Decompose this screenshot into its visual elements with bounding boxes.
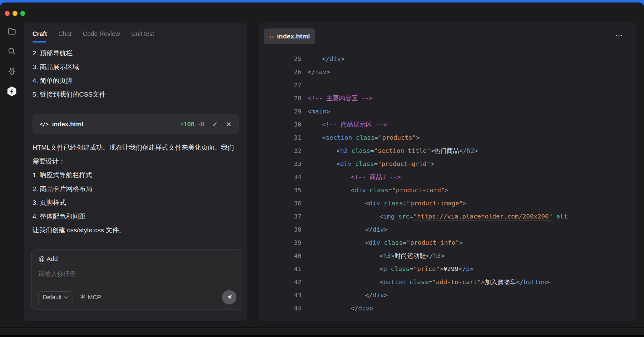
add-context-label: Add [47,255,58,263]
line-number: 34 [259,173,301,181]
code-line: 35<div class="product-card"> [259,184,637,197]
line-number: 39 [259,239,301,246]
close-window-button[interactable] [5,11,10,16]
at-icon: @ [38,255,45,263]
code-line: 32<h2 class="section-title">热门商品</h2> [259,144,637,157]
assistant-tabs: CraftChatCode ReviewUnit test [32,29,239,43]
code-file-icon: </> [40,121,48,127]
code-line: 26</nav> [259,65,637,78]
design-list: 1. 响应式导航栏样式2. 商品卡片网格布局3. 页脚样式4. 整体配色和间距 [32,168,239,223]
tab-code-review[interactable]: Code Review [83,29,120,43]
editor-tab-filename: index.html [277,33,310,40]
line-number: 28 [259,94,301,102]
line-number: 36 [259,199,301,207]
status-bar [0,327,644,335]
line-number: 40 [259,252,301,259]
sidebar-item-assistant[interactable] [5,84,19,98]
task-composer[interactable]: @ Add 请输入你任务 Default MCP [31,249,242,310]
deletions-count: -0 [199,121,204,128]
model-selector[interactable]: Default [38,291,72,303]
add-context-button[interactable]: @ Add [38,255,58,263]
task-input[interactable]: 请输入你任务 [38,269,235,278]
overflow-menu-button[interactable]: ⋯ [615,31,623,40]
model-selector-label: Default [43,294,62,301]
accept-change-button[interactable]: ✓ [212,121,218,128]
zoom-window-button[interactable] [20,11,25,16]
line-number: 29 [259,108,301,115]
editor-panel: ‹› index.html ⋯ 25</div>26</nav>2728<!--… [259,23,637,321]
line-number: 37 [259,213,301,220]
sidebar-item-explorer[interactable] [5,24,19,38]
assistant-message: HTML文件已经创建成功。现在让我们创建样式文件来美化页面。我们需要设计： [32,141,239,168]
line-number: 30 [259,121,301,128]
code-line: 43</div> [259,289,637,302]
code-line: 29<main> [259,105,637,118]
sidebar-item-search[interactable] [5,44,19,58]
code-line: 37<img src="https://via.placeholder.com/… [259,210,637,223]
app-window: CraftChatCode ReviewUnit test 2. 顶部导航栏3.… [0,3,644,337]
line-number: 31 [259,134,301,141]
code-line: 41<p class="price">¥299</p> [259,262,637,275]
search-icon [7,46,17,56]
line-number: 43 [259,291,301,299]
code-lines: 25</div>26</nav>2728<!-- 主要内容区 -->29<mai… [259,23,637,315]
list-item: 3. 商品展示区域 [32,60,239,74]
list-item: 5. 链接到我们的CSS文件 [32,88,239,101]
line-number: 26 [259,68,301,76]
line-number: 32 [259,147,301,154]
send-icon [226,294,233,301]
code-line: 39<div class="product-info"> [259,236,637,249]
code-line: 30<!-- 商品展示区 --> [259,118,637,131]
line-number: 35 [259,186,301,194]
bug-icon [7,66,17,76]
list-item: 2. 顶部导航栏 [32,46,239,60]
line-number: 27 [259,81,301,89]
code-line: 36<div class="product-image"> [259,197,637,210]
tab-chat[interactable]: Chat [58,29,72,43]
code-line: 34<!-- 商品1 --> [259,170,637,184]
code-line: 44</div> [259,302,637,315]
line-number: 42 [259,278,301,286]
code-line: 42<button class="add-to-cart">加入购物车</but… [259,275,637,289]
line-number: 41 [259,265,301,273]
file-diff-card[interactable]: </> index.html +108 -0 ✓ ✕ [32,114,239,134]
list-item: 1. 响应式导航栏样式 [32,168,239,182]
code-line: 27 [259,78,637,92]
file-card-filename: index.html [52,121,83,128]
activity-bar [0,24,24,324]
composer-toolbar: Default MCP [38,290,236,304]
code-line: 28<!-- 主要内容区 --> [259,92,637,105]
tab-craft[interactable]: Craft [32,29,47,43]
editor-file-tab[interactable]: ‹› index.html [264,28,315,44]
plan-list: 2. 顶部导航栏3. 商品展示区域4. 简单的页脚5. 链接到我们的CSS文件 [32,46,239,101]
line-number: 38 [259,226,301,233]
line-number: 44 [259,304,301,312]
list-item: 4. 简单的页脚 [32,74,239,88]
additions-count: +108 [180,121,194,128]
sidebar-item-debug[interactable] [5,64,19,78]
list-item: 2. 商品卡片网格布局 [32,182,239,196]
tab-unit-test[interactable]: Unit test [131,29,154,43]
window-controls [5,11,25,16]
folder-icon [7,26,17,36]
code-brackets-icon: ‹› [269,33,274,40]
code-line: 40<h3>时尚运动鞋</h3> [259,249,637,262]
minimize-window-button[interactable] [12,11,17,16]
code-line: 33<div class="product-grid"> [259,157,637,170]
code-line: 31<section class="products"> [259,131,637,144]
code-line: 38</div> [259,223,637,236]
mcp-button[interactable]: MCP [80,294,101,301]
code-line: 25</div> [259,52,637,65]
assistant-panel: CraftChatCode ReviewUnit test 2. 顶部导航栏3.… [24,23,247,321]
line-number: 33 [259,160,301,168]
reject-change-button[interactable]: ✕ [226,121,231,128]
logo-icon [7,86,17,97]
bottom-edge [0,335,644,337]
closing-text: 让我们创建 css/style.css 文件。 [32,223,239,237]
send-button[interactable] [222,290,236,304]
chevron-down-icon [64,294,68,301]
mcp-label: MCP [88,294,101,301]
mcp-icon [80,294,86,301]
line-number: 25 [259,55,301,63]
list-item: 4. 整体配色和间距 [32,209,239,223]
